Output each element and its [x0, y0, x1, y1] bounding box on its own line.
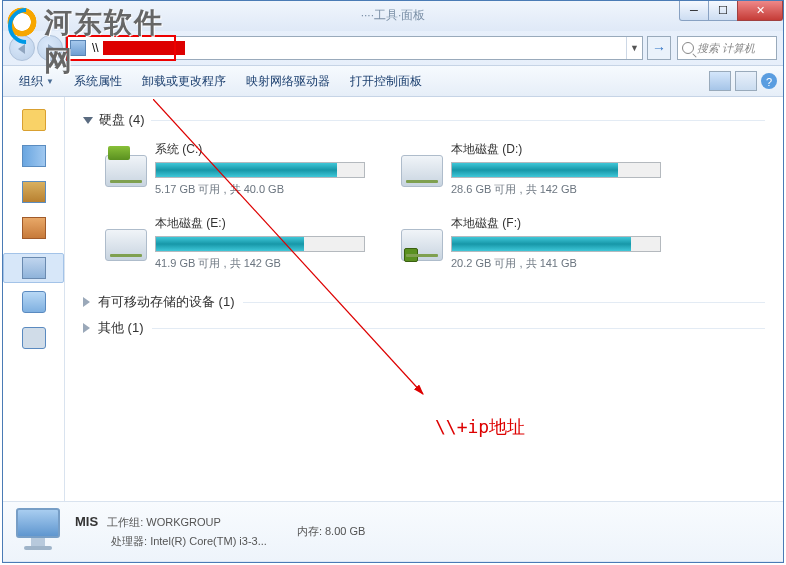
- annotation-label: \\+ip地址: [435, 415, 525, 439]
- go-refresh-button[interactable]: →: [647, 36, 671, 60]
- group-label: 有可移动存储的设备 (1): [98, 293, 235, 311]
- details-pane: MIS 工作组: WORKGROUP 处理器: Intel(R) Core(TM…: [3, 501, 783, 561]
- sidebar-drive-icon[interactable]: [22, 327, 46, 349]
- drive-stats: 5.17 GB 可用 , 共 40.0 GB: [155, 182, 391, 197]
- drive-item-d[interactable]: 本地磁盘 (D:) 28.6 GB 可用 , 共 142 GB: [401, 141, 687, 197]
- content-pane: 硬盘 (4) 系统 (C:) 5.17 GB 可用 , 共 40.0 GB 本地…: [65, 97, 783, 501]
- view-options-button[interactable]: [709, 71, 731, 91]
- workgroup-label: 工作组:: [107, 516, 143, 528]
- maximize-button[interactable]: ☐: [708, 1, 738, 21]
- expand-icon[interactable]: [83, 323, 90, 333]
- drive-icon: [401, 229, 443, 261]
- drive-badge-icon: [404, 248, 418, 262]
- computer-name: MIS: [75, 514, 98, 529]
- drive-item-f[interactable]: 本地磁盘 (F:) 20.2 GB 可用 , 共 141 GB: [401, 215, 687, 271]
- nav-sidebar: [3, 97, 65, 501]
- drive-name: 本地磁盘 (D:): [451, 141, 687, 158]
- group-header-hdd[interactable]: 硬盘 (4): [83, 111, 765, 129]
- explorer-window: ····工具·面板 ─ ☐ ✕ \\ _______ ▼ → 搜索 计算机 组织…: [2, 0, 784, 563]
- sidebar-homegroup-icon[interactable]: [22, 217, 46, 239]
- capacity-bar: [155, 162, 365, 178]
- computer-large-icon: [11, 508, 65, 556]
- mem-value: 8.00 GB: [325, 525, 365, 537]
- capacity-bar: [451, 236, 661, 252]
- capacity-bar: [451, 162, 661, 178]
- map-network-drive-button[interactable]: 映射网络驱动器: [236, 69, 340, 94]
- watermark: 河东软件网: [0, 0, 180, 44]
- workgroup-value: WORKGROUP: [146, 516, 221, 528]
- window-title: ····工具·面板: [361, 7, 426, 24]
- search-icon: [682, 42, 694, 54]
- search-input[interactable]: 搜索 计算机: [677, 36, 777, 60]
- cpu-value: Intel(R) Core(TM) i3-3...: [150, 535, 267, 547]
- mem-label: 内存:: [297, 525, 322, 537]
- sidebar-favorites-icon[interactable]: [22, 109, 46, 131]
- sidebar-network-icon[interactable]: [22, 291, 46, 313]
- preview-pane-button[interactable]: [735, 71, 757, 91]
- drive-icon: [105, 155, 147, 187]
- drive-item-c[interactable]: 系统 (C:) 5.17 GB 可用 , 共 40.0 GB: [105, 141, 391, 197]
- search-placeholder: 搜索 计算机: [697, 41, 755, 56]
- group-header-other[interactable]: 其他 (1): [83, 319, 765, 337]
- collapse-icon[interactable]: [83, 117, 93, 124]
- minimize-button[interactable]: ─: [679, 1, 709, 21]
- open-control-panel-button[interactable]: 打开控制面板: [340, 69, 432, 94]
- details-memory: 内存: 8.00 GB: [297, 524, 365, 539]
- cpu-label: 处理器:: [111, 535, 147, 547]
- drive-name: 系统 (C:): [155, 141, 391, 158]
- divider: [152, 328, 766, 329]
- divider: [243, 302, 766, 303]
- capacity-bar: [155, 236, 365, 252]
- sidebar-libraries-icon[interactable]: [22, 145, 46, 167]
- group-label: 硬盘 (4): [99, 111, 145, 129]
- sidebar-item-computer[interactable]: [3, 253, 64, 283]
- drive-stats: 20.2 GB 可用 , 共 141 GB: [451, 256, 687, 271]
- watermark-text: 河东软件网: [44, 4, 180, 80]
- help-button[interactable]: ?: [761, 73, 777, 89]
- drive-item-e[interactable]: 本地磁盘 (E:) 41.9 GB 可用 , 共 142 GB: [105, 215, 391, 271]
- drive-icon: [401, 155, 443, 187]
- drive-stats: 28.6 GB 可用 , 共 142 GB: [451, 182, 687, 197]
- group-header-removable[interactable]: 有可移动存储的设备 (1): [83, 293, 765, 311]
- details-text: MIS 工作组: WORKGROUP 处理器: Intel(R) Core(TM…: [75, 512, 267, 550]
- divider: [151, 120, 766, 121]
- drive-icon: [105, 229, 147, 261]
- watermark-logo-icon: [2, 2, 42, 42]
- close-button[interactable]: ✕: [737, 1, 783, 21]
- expand-icon[interactable]: [83, 297, 90, 307]
- drive-stats: 41.9 GB 可用 , 共 142 GB: [155, 256, 391, 271]
- group-label: 其他 (1): [98, 319, 144, 337]
- drive-name: 本地磁盘 (F:): [451, 215, 687, 232]
- sidebar-video-icon[interactable]: [22, 181, 46, 203]
- drive-name: 本地磁盘 (E:): [155, 215, 391, 232]
- address-dropdown-icon[interactable]: ▼: [626, 37, 642, 59]
